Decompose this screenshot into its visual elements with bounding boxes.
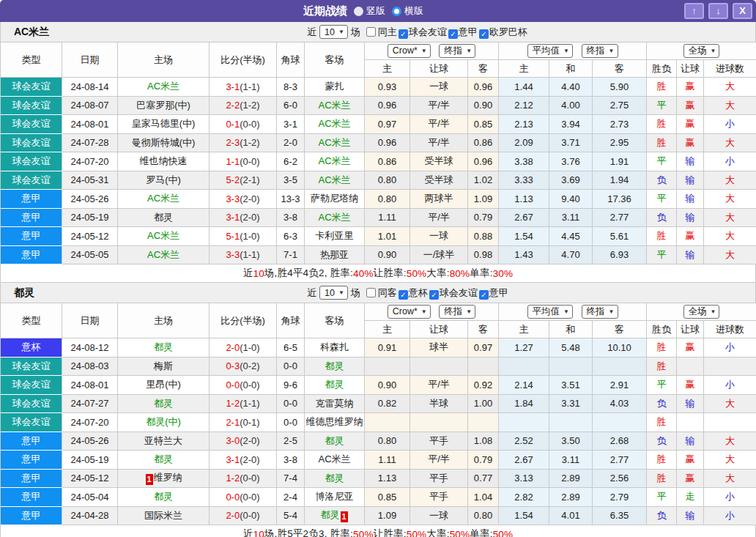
avg-draw-odds: 5.48 (549, 338, 593, 358)
sub-header-hcp-home: 主 (365, 321, 410, 338)
full-time-score: 3-3 (226, 249, 240, 260)
average-time-select[interactable]: 终指 ▼ (582, 44, 618, 58)
average-select[interactable]: 平均值 ▼ (527, 44, 573, 58)
dropdown-arrow-icon: ▼ (338, 289, 344, 296)
radio-unselected-icon[interactable] (354, 7, 363, 16)
league-cell: 球会友谊 (1, 376, 62, 395)
league-checkbox[interactable]: ✓ (429, 290, 439, 300)
average-time-select[interactable]: 终指 ▼ (582, 305, 618, 319)
team-label: AC米兰 (318, 174, 350, 185)
avg-away-odds: 1.94 (593, 171, 647, 190)
league-checkbox[interactable]: ✓ (448, 29, 458, 39)
view-option-horizontal[interactable]: 横版 (392, 4, 423, 18)
match-row: 球会友谊24-08-01里昂(中)0-0(0-0)9-6都灵0.90平/半0.9… (1, 376, 756, 395)
match-row: 意甲24-05-26亚特兰大3-0(2-0)2-5都灵0.80平手1.082.5… (1, 432, 756, 451)
home-team-cell: 都灵(中) (118, 413, 210, 432)
team-label: AC米兰 (147, 193, 179, 204)
league-checkbox[interactable]: ✓ (479, 290, 489, 300)
league-checkbox[interactable]: ✓ (479, 29, 489, 39)
average-value: 平均值 (533, 45, 560, 57)
match-count-select[interactable]: 10 ▼ (319, 25, 348, 39)
match-row: 球会友谊24-07-20都灵(中)2-1(0-1)0-0维德思维罗纳胜 (1, 413, 756, 432)
half-time-score: (1-2) (240, 137, 259, 148)
team-label: 维也纳快速 (140, 155, 188, 166)
avg-home-odds: 1.54 (499, 507, 549, 526)
col-header-score: 比分(半场) (210, 303, 277, 338)
sub-header-avg-home: 主 (499, 60, 549, 78)
result-goals: 大 (704, 227, 756, 246)
handicap-home-odds: 1.11 (365, 209, 410, 228)
score-cell: 0-1(0-0) (210, 115, 277, 134)
team-label: 都灵 (154, 212, 173, 223)
filter-bar: 近 10 ▼ 场 同主 ✓球会友谊✓意甲✓欧罗巴杯 (307, 22, 527, 42)
scroll-up-button[interactable]: ↑ (684, 3, 704, 19)
corners-cell: 13-3 (277, 190, 305, 209)
avg-draw-odds: 4.45 (549, 227, 593, 246)
team-name: 都灵 (14, 286, 34, 300)
scope-select[interactable]: 全场 ▼ (683, 305, 720, 319)
score-cell: 2-3(1-2) (210, 134, 277, 153)
league-checkbox[interactable]: ✓ (399, 29, 408, 39)
odds-time-select[interactable]: 终指 ▼ (439, 305, 475, 319)
handicap-away-odds: 1.08 (468, 432, 499, 451)
summary-segment: 近 (243, 527, 253, 537)
titlebar: 近期战绩 竖版 横版 ↑ ↓ X (0, 0, 756, 22)
matches-table: 类型 日期 主场 比分(半场) 角球 客场 Crow* ▼ 终指 ▼ 平均值 ▼ (0, 303, 756, 525)
team-section-header: 都灵 近 10 ▼ 场 同客 ✓意杯✓球会友谊✓意甲 (0, 283, 756, 303)
same-venue-checkbox[interactable] (366, 288, 376, 297)
home-team-cell: 都灵 (118, 338, 210, 358)
date-cell: 24-05-12 (62, 470, 118, 489)
full-time-score: 3-3 (226, 193, 240, 204)
handicap-home-odds: 1.09 (365, 507, 410, 526)
radio-selected-icon[interactable] (392, 7, 401, 16)
same-venue-checkbox[interactable] (366, 27, 376, 37)
match-count-select[interactable]: 10 ▼ (319, 286, 348, 300)
scroll-down-button[interactable]: ↓ (708, 3, 728, 19)
result-goals: 小 (704, 115, 756, 134)
handicap-away-odds: 0.77 (468, 470, 499, 489)
corners-cell: 7-1 (277, 246, 305, 265)
odds-time-select[interactable]: 终指 ▼ (439, 44, 475, 58)
full-time-score: 2-0 (226, 342, 240, 353)
corners-cell: 3-8 (277, 209, 305, 228)
handicap-line: 一球 (410, 507, 468, 526)
average-odds-header: 平均值 ▼ 终指 ▼ (499, 303, 647, 321)
dropdown-arrow-icon: ▼ (421, 308, 427, 315)
avg-draw-odds: 3.94 (549, 115, 593, 134)
sub-header-goals-result: 进球数 (704, 321, 756, 338)
handicap-line: 平手 (410, 432, 468, 451)
summary-segment: 单率: (470, 267, 492, 280)
summary-segment: 让胜率: (374, 267, 407, 280)
corners-cell: 8-3 (277, 78, 305, 97)
corners-cell: 2-4 (277, 488, 305, 507)
sub-header-avg-draw: 和 (549, 60, 593, 78)
odds-provider-select[interactable]: Crow* ▼ (388, 305, 431, 319)
avg-draw-odds: 4.00 (549, 97, 593, 116)
window-controls: ↑ ↓ X (684, 3, 752, 19)
result-handicap: 输 (677, 152, 704, 171)
result-outcome: 平 (647, 97, 677, 116)
average-select[interactable]: 平均值 ▼ (527, 305, 573, 319)
scope-select[interactable]: 全场 ▼ (683, 44, 720, 58)
league-checkbox[interactable]: ✓ (399, 290, 408, 300)
view-option-vertical[interactable]: 竖版 (354, 4, 385, 18)
handicap-away-odds: 1.04 (468, 488, 499, 507)
close-button[interactable]: X (733, 3, 752, 19)
team-name: AC米兰 (14, 26, 49, 39)
average-time-value: 终指 (587, 305, 605, 318)
avg-home-odds: 2.12 (499, 97, 549, 116)
away-team-cell: 热那亚 (305, 246, 365, 265)
league-checkbox-label: 球会友谊 (409, 26, 447, 37)
score-cell: 0-0(0-0) (210, 488, 277, 507)
score-cell: 2-2(1-2) (210, 97, 277, 116)
odds-provider-select[interactable]: Crow* ▼ (388, 44, 431, 58)
away-team-cell: 都灵 (305, 376, 365, 395)
home-team-cell: 皇家马德里(中) (118, 115, 210, 134)
result-handicap (677, 358, 704, 377)
result-goals: 大 (704, 209, 756, 228)
league-filter-list: ✓意杯✓球会友谊✓意甲 (397, 286, 508, 300)
date-cell: 24-05-26 (62, 190, 118, 209)
team-label: AC米兰 (318, 100, 350, 111)
handicap-line: 一球 (410, 78, 468, 97)
avg-home-odds: 2.67 (499, 451, 549, 470)
